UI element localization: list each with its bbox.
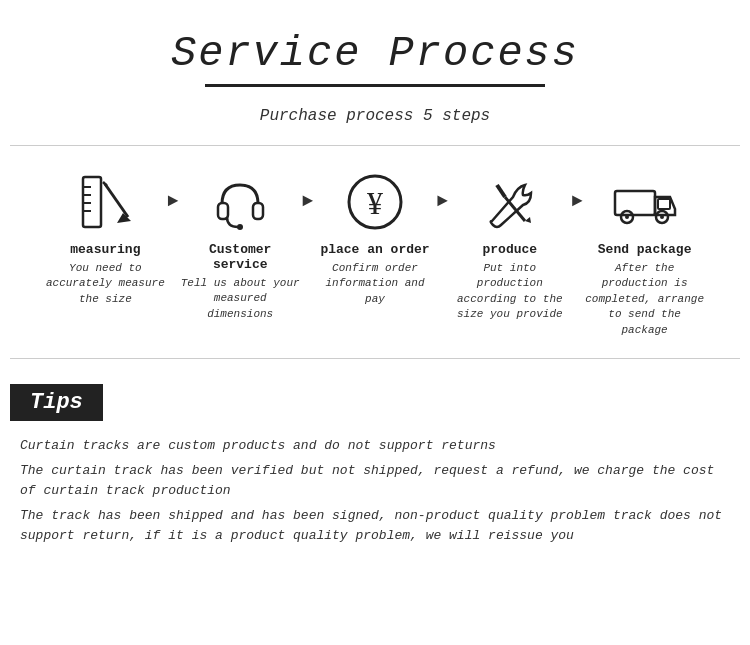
svg-rect-9: [253, 203, 263, 219]
svg-rect-17: [658, 199, 670, 209]
svg-point-21: [660, 215, 664, 219]
step-cs-desc: Tell us about your measured dimensions: [180, 276, 300, 322]
yen-circle-icon: ¥: [340, 166, 410, 236]
svg-line-5: [105, 184, 128, 217]
tips-item-3: The track has been shipped and has been …: [20, 506, 730, 545]
svg-point-19: [625, 215, 629, 219]
step-place-order: ¥ place an order Confirm order informati…: [315, 166, 435, 307]
svg-line-7: [103, 182, 107, 186]
step-send-title: Send package: [598, 242, 692, 257]
page-title: Service Process: [20, 30, 730, 78]
step-customer-service: Customer service Tell us about your meas…: [180, 166, 300, 322]
steps-row: measuring You need to accurately measure…: [20, 166, 730, 338]
wrench-tools-icon: [475, 166, 545, 236]
step-send-desc: After the production is completed, arran…: [585, 261, 705, 338]
truck-icon: [610, 166, 680, 236]
step-produce-desc: Put into production according to the siz…: [450, 261, 570, 323]
arrow-1: ►: [165, 191, 180, 211]
arrow-3: ►: [435, 191, 450, 211]
tips-section: Tips Curtain tracks are custom products …: [10, 384, 740, 546]
step-produce: produce Put into production according to…: [450, 166, 570, 323]
tips-item-1: Curtain tracks are custom products and d…: [20, 436, 730, 456]
svg-rect-8: [218, 203, 228, 219]
header: Service Process: [0, 0, 750, 97]
ruler-pencil-icon: [70, 166, 140, 236]
svg-text:¥: ¥: [367, 185, 383, 221]
arrow-4: ►: [570, 191, 585, 211]
step-cs-title: Customer service: [180, 242, 300, 272]
step-produce-title: produce: [483, 242, 538, 257]
header-divider: [205, 84, 545, 87]
subtitle: Purchase process 5 steps: [0, 107, 750, 125]
step-measuring-desc: You need to accurately measure the size: [45, 261, 165, 307]
step-measuring-title: measuring: [70, 242, 140, 257]
svg-rect-16: [615, 191, 655, 215]
tips-item-2: The curtain track has been verified but …: [20, 461, 730, 500]
step-measuring: measuring You need to accurately measure…: [45, 166, 165, 307]
step-order-title: place an order: [320, 242, 429, 257]
process-section: measuring You need to accurately measure…: [10, 145, 740, 359]
svg-marker-6: [117, 213, 131, 223]
step-send-package: Send package After the production is com…: [585, 166, 705, 338]
tips-list: Curtain tracks are custom products and d…: [10, 436, 740, 546]
tips-badge: Tips: [10, 384, 103, 421]
arrow-2: ►: [300, 191, 315, 211]
svg-point-10: [237, 224, 243, 230]
headphone-icon: [205, 166, 275, 236]
svg-line-15: [497, 185, 505, 197]
step-order-desc: Confirm order information and pay: [315, 261, 435, 307]
